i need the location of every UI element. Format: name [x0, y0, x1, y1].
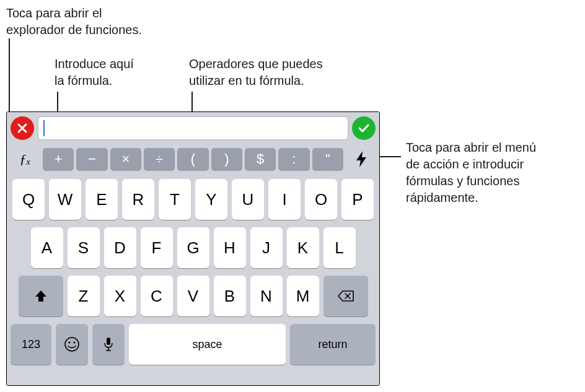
keyboard-row-1: Q W E R T Y U I O P	[11, 179, 376, 220]
svg-rect-3	[107, 338, 110, 345]
emoji-icon	[64, 336, 80, 352]
key-u[interactable]: U	[232, 179, 264, 220]
keyboard-row-2: A S D F G H J K L	[11, 227, 376, 268]
key-m[interactable]: M	[287, 276, 319, 316]
key-e[interactable]: E	[86, 179, 118, 220]
keyboard-row-3: Z X C V B N M	[11, 276, 376, 316]
op-times[interactable]: ×	[110, 148, 141, 170]
key-h[interactable]: H	[214, 227, 246, 268]
key-g[interactable]: G	[177, 227, 209, 268]
functions-browser-button[interactable]: ƒx	[11, 148, 39, 170]
key-n[interactable]: N	[250, 276, 283, 316]
key-p[interactable]: P	[341, 179, 374, 220]
numbers-key[interactable]: 123	[11, 324, 51, 365]
formula-keyboard-panel: ƒx + − × ÷ ( ) $ : " Q W E R T Y U I	[6, 111, 380, 386]
op-colon[interactable]: :	[278, 148, 309, 170]
text-cursor	[43, 120, 45, 136]
op-divide[interactable]: ÷	[144, 148, 175, 170]
emoji-key[interactable]	[56, 324, 88, 365]
shift-icon	[34, 289, 48, 303]
formula-bar	[7, 112, 379, 144]
mic-icon	[103, 336, 114, 352]
dictation-key[interactable]	[92, 324, 125, 365]
key-b[interactable]: B	[214, 276, 246, 316]
confirm-button[interactable]	[352, 116, 376, 140]
op-quote[interactable]: "	[312, 148, 343, 170]
op-rparen[interactable]: )	[211, 148, 242, 170]
return-key[interactable]: return	[290, 324, 376, 365]
key-q[interactable]: Q	[12, 179, 45, 220]
backspace-icon	[337, 290, 354, 302]
svg-point-2	[73, 341, 75, 343]
fx-label: ƒx	[19, 151, 30, 167]
formula-input[interactable]	[38, 116, 348, 140]
key-c[interactable]: C	[141, 276, 173, 316]
check-icon	[358, 122, 370, 134]
svg-point-0	[65, 338, 79, 351]
key-a[interactable]: A	[31, 227, 63, 268]
op-plus[interactable]: +	[43, 148, 74, 170]
key-j[interactable]: J	[250, 227, 283, 268]
close-icon	[17, 123, 28, 134]
action-menu-button[interactable]	[347, 148, 376, 170]
bolt-icon	[355, 150, 367, 168]
key-s[interactable]: S	[68, 227, 100, 268]
key-t[interactable]: T	[159, 179, 191, 220]
key-o[interactable]: O	[305, 179, 337, 220]
op-dollar[interactable]: $	[245, 148, 276, 170]
space-key[interactable]: space	[129, 324, 286, 365]
callout-operators: Operadores que puedes utilizar en tu fór…	[189, 56, 323, 89]
keyboard: Q W E R T Y U I O P A S D F G H J K L	[7, 174, 379, 385]
key-l[interactable]: L	[323, 227, 356, 268]
svg-point-1	[68, 341, 70, 343]
key-z[interactable]: Z	[68, 276, 100, 316]
callout-formula-input: Introduce aquí la fórmula.	[55, 56, 134, 89]
backspace-key[interactable]	[323, 276, 368, 316]
callout-functions-browser: Toca para abrir el explorador de funcion…	[6, 5, 142, 38]
callout-action-menu: Toca para abrir el menú de acción e intr…	[406, 139, 536, 206]
key-r[interactable]: R	[122, 179, 154, 220]
operator-row: ƒx + − × ÷ ( ) $ : "	[7, 144, 379, 174]
key-i[interactable]: I	[268, 179, 301, 220]
keyboard-row-bottom: 123 space return	[11, 324, 376, 365]
cancel-button[interactable]	[11, 116, 34, 140]
operator-grid: + − × ÷ ( ) $ : "	[43, 148, 343, 170]
shift-key[interactable]	[19, 276, 63, 316]
key-w[interactable]: W	[49, 179, 81, 220]
op-minus[interactable]: −	[76, 148, 107, 170]
key-y[interactable]: Y	[195, 179, 227, 220]
op-lparen[interactable]: (	[177, 148, 208, 170]
key-x[interactable]: X	[104, 276, 136, 316]
key-f[interactable]: F	[141, 227, 173, 268]
key-k[interactable]: K	[287, 227, 319, 268]
key-v[interactable]: V	[177, 276, 209, 316]
key-d[interactable]: D	[104, 227, 136, 268]
